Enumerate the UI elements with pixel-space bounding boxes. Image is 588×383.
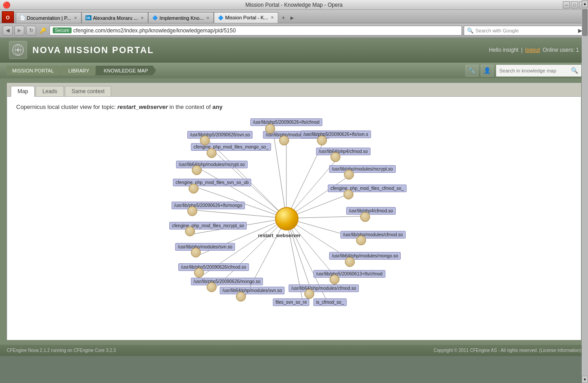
- map-canvas: restart_webserver /usr/lib/php5/20090626…: [16, 115, 572, 326]
- node-label[interactable]: cfengine_php_mod_files_mcrypt_so: [169, 222, 247, 230]
- svg-point-4: [17, 49, 19, 51]
- tab-label: Mission Portal - K...: [225, 15, 268, 20]
- node-label[interactable]: /usr/lib/php/modules/svn.so: [175, 243, 235, 251]
- description-prefix: Copernicus local cluster view for topic:: [16, 104, 118, 110]
- search-knowledge-box[interactable]: 🔍: [496, 65, 581, 77]
- greeting-text: Hello insight: [489, 47, 518, 53]
- node-label[interactable]: /usr/lib/php5/20090626/cfmod.so: [178, 263, 249, 271]
- node-avatar: [207, 282, 217, 292]
- node-label[interactable]: /usr/lib/php/modules/mcrypt.so: [329, 165, 396, 173]
- tab-alexandra[interactable]: in Alexandra Moraru ... ✕: [81, 12, 149, 23]
- maximize-btn[interactable]: □: [571, 1, 578, 9]
- node-label[interactable]: /usr/lib64/php/modules/mongo.so: [329, 252, 401, 260]
- logo-icon: [9, 41, 27, 59]
- node-label[interactable]: /usr/lib/php5/20090626/mongo.so: [191, 278, 263, 285]
- node-label[interactable]: files_svn_so_re: [273, 298, 309, 306]
- scrollbar-down-btn[interactable]: ▼: [582, 376, 588, 383]
- node-avatar: [360, 212, 370, 222]
- doc-favicon: 📄: [20, 15, 25, 20]
- address-bar: ◀ ▶ ↻ 🔑 Secure cfengine.com/demo2/index.…: [0, 23, 588, 38]
- logo-svg: [11, 43, 25, 57]
- node-avatar: [192, 165, 202, 175]
- reload-btn[interactable]: ↻: [26, 26, 36, 36]
- tool-wrench-btn[interactable]: 🔧: [466, 65, 478, 77]
- center-node[interactable]: [275, 207, 299, 230]
- node-label[interactable]: /usr/lib/php5/20090626+lfs/svn.s: [301, 131, 371, 138]
- footer: CFEngine Nova 2.1.2 running on CFEngine …: [0, 345, 588, 356]
- tab-implementing[interactable]: 🔷 Implementing Kno... ✕: [148, 12, 214, 23]
- node-label[interactable]: /usr/lib/php5/20090626/svn.so: [187, 131, 253, 139]
- footer-right: Copyright © 2011 CFEngine AS - All right…: [434, 348, 581, 353]
- node-avatar: [330, 152, 340, 162]
- node-label[interactable]: /usr/lib64/php/modules/mcrypt.so: [176, 161, 248, 168]
- tab-documentation[interactable]: 📄 Documentation | P... ✕: [16, 12, 81, 23]
- tab-same-context[interactable]: Same context: [65, 86, 111, 96]
- tool-person-btn[interactable]: 👤: [481, 65, 493, 77]
- main-content: Map Leads Same context Copernicus local …: [0, 78, 588, 345]
- node-avatar: [317, 135, 327, 145]
- scrollbar-vertical[interactable]: ▲ ▼: [582, 0, 588, 383]
- scrollbar-thumb[interactable]: [582, 9, 588, 36]
- node-label[interactable]: /usr/lib/php5/20090626+lfs/mongo: [172, 202, 245, 209]
- tabs-header: Map Leads Same context: [7, 83, 581, 97]
- tab-scroll-btn[interactable]: ▶: [288, 12, 296, 23]
- node-label[interactable]: /usr/lib/php5/20090626+lfs/cfmod: [250, 118, 322, 126]
- logo-text: NOVA MISSION PORTAL: [32, 45, 154, 55]
- tab-close-icon[interactable]: ✕: [140, 16, 144, 20]
- node-avatar: [207, 148, 217, 158]
- node-label[interactable]: /usr/lib64/php/modules/svn.so: [220, 287, 285, 294]
- scrollbar-up-btn[interactable]: ▲: [582, 0, 588, 7]
- forward-btn[interactable]: ▶: [14, 26, 24, 36]
- node-label[interactable]: /usr/lib64/php/modules/cfmod.so: [289, 284, 359, 292]
- search-knowledge-input[interactable]: [499, 68, 569, 73]
- node-avatar: [279, 135, 289, 145]
- node-label[interactable]: /usr/lib64/php4/cfmod.so: [316, 148, 371, 155]
- tab-map[interactable]: Map: [11, 86, 35, 97]
- logout-link[interactable]: logout: [525, 47, 540, 53]
- breadcrumb-mission-portal[interactable]: MISSION PORTAL: [7, 66, 62, 76]
- tab-close-icon[interactable]: ✕: [74, 16, 77, 20]
- node-avatar: [344, 170, 354, 180]
- tab-close-icon[interactable]: ✕: [206, 16, 210, 20]
- node-label[interactable]: is_cfmod_so_: [313, 298, 347, 306]
- node-avatar: [304, 289, 314, 299]
- breadcrumb: MISSION PORTAL LIBRARY KNOWLEDGE MAP: [7, 66, 156, 76]
- node-label[interactable]: cfengine_php_mod_files_cfmod_so_: [328, 185, 407, 192]
- tab-leads[interactable]: Leads: [36, 86, 64, 96]
- search-knowledge-btn[interactable]: 🔍: [571, 67, 578, 74]
- node-avatar: [265, 124, 275, 134]
- in-favicon: in: [86, 15, 91, 20]
- back-btn[interactable]: ◀: [3, 26, 13, 36]
- node-avatar: [189, 184, 199, 194]
- minimize-btn[interactable]: ─: [563, 1, 570, 9]
- footer-left: CFEngine Nova 2.1.2 running on CFEngine …: [7, 348, 116, 353]
- separator: |: [521, 47, 522, 53]
- node-avatar: [185, 226, 195, 236]
- address-input[interactable]: Secure cfengine.com/demo2/index.php/know…: [50, 26, 462, 36]
- nav-bar: MISSION PORTAL LIBRARY KNOWLEDGE MAP 🔧 👤…: [0, 63, 588, 78]
- tab-label: Documentation | P...: [27, 15, 71, 21]
- online-users: Online users: 1: [543, 47, 579, 53]
- tab-close-icon[interactable]: ✕: [271, 15, 274, 20]
- tab-content: Copernicus local cluster view for topic:…: [7, 97, 581, 340]
- node-label[interactable]: /usr/lib/php/modules/cfmod.so: [340, 231, 406, 239]
- node-label[interactable]: cfengine_php_mod_files_svn_so_ub: [173, 179, 251, 186]
- node-label[interactable]: /usr/lib/php4/cfmod.so: [346, 207, 396, 215]
- search-box-label: Search with Google: [475, 28, 576, 33]
- new-tab-btn[interactable]: +: [278, 12, 288, 23]
- header-user-info: Hello insight | logout Online users: 1: [489, 47, 579, 53]
- breadcrumb-knowledge-map[interactable]: KNOWLEDGE MAP: [95, 66, 156, 76]
- node-avatar: [194, 268, 204, 278]
- search-engine-icon: 🔍: [467, 27, 474, 34]
- tab-mission-portal[interactable]: 🔷 Mission Portal - K... ✕: [214, 12, 278, 23]
- search-box[interactable]: 🔍 Search with Google ▶: [464, 26, 585, 36]
- nav-tools: 🔧 👤 🔍: [466, 65, 581, 77]
- opera-menu-btn[interactable]: O: [2, 11, 14, 23]
- node-avatar: [236, 292, 246, 302]
- topic-name: restart_webserver: [118, 104, 168, 110]
- app-header: NOVA MISSION PORTAL Hello insight | logo…: [0, 38, 588, 63]
- node-label[interactable]: /usr/lib/php5/20060613+lfs/cfmod: [313, 270, 385, 278]
- node-avatar: [356, 235, 366, 245]
- breadcrumb-library[interactable]: LIBRARY: [60, 66, 98, 76]
- tab-label: Alexandra Moraru ...: [93, 15, 138, 21]
